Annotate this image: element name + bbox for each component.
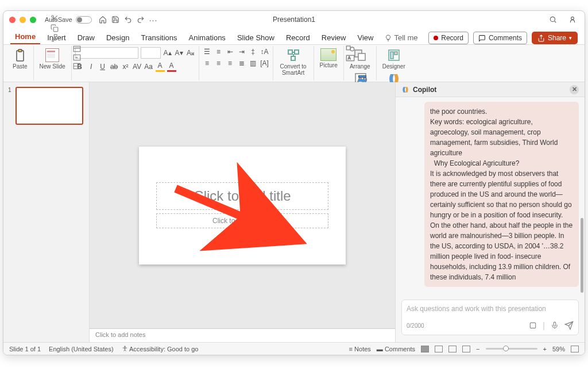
align-left-icon[interactable]: ≡ [203, 59, 212, 68]
save-icon[interactable] [111, 16, 119, 24]
undo-icon[interactable] [124, 16, 132, 24]
shape-outline-icon[interactable] [358, 79, 366, 82]
paste-button[interactable]: Paste [10, 47, 30, 71]
italic-icon[interactable]: I [87, 62, 96, 71]
svg-point-2 [571, 17, 574, 20]
arrange-icon [353, 48, 367, 62]
minimize-window-icon[interactable] [20, 17, 26, 23]
copilot-scrollbar[interactable] [581, 218, 583, 293]
subtitle-placeholder[interactable]: Click to add subtitle [156, 213, 328, 228]
title-placeholder[interactable]: Click to add title [156, 182, 328, 210]
comments-button[interactable]: Comments [473, 32, 527, 44]
text-direction-icon[interactable]: ↕A [260, 47, 269, 56]
comments-toggle[interactable]: ▬ Comments [377, 346, 415, 352]
accessibility-status[interactable]: Accessibility: Good to go [122, 346, 199, 352]
slideshow-view-icon[interactable] [462, 346, 470, 352]
more-icon[interactable]: ··· [149, 16, 157, 24]
reset-icon[interactable] [73, 54, 81, 61]
tab-slideshow[interactable]: Slide Show [233, 31, 279, 44]
tab-review[interactable]: Review [317, 31, 351, 44]
copilot-panel: Copilot ✕ the poor countries. Key words:… [395, 82, 585, 342]
designer-button[interactable]: Designer [380, 47, 408, 71]
new-slide-button[interactable]: New Slide [37, 47, 68, 71]
decrease-indent-icon[interactable]: ⇤ [226, 47, 235, 56]
normal-view-icon[interactable] [421, 346, 429, 352]
section-icon[interactable] [73, 63, 81, 70]
char-spacing-icon[interactable]: AV [133, 62, 142, 71]
svg-rect-27 [358, 53, 365, 60]
tab-home[interactable]: Home [10, 30, 40, 44]
strike-icon[interactable]: ab [110, 62, 119, 71]
tab-view[interactable]: View [353, 31, 378, 44]
maximize-window-icon[interactable] [30, 17, 36, 23]
sorter-view-icon[interactable] [435, 346, 443, 352]
layout-icon[interactable] [73, 45, 81, 52]
clear-format-icon[interactable]: A𝄪 [186, 48, 195, 57]
zoom-out-button[interactable]: − [476, 346, 479, 352]
slide-thumbnail-1[interactable] [16, 87, 83, 125]
zoom-slider[interactable] [486, 348, 537, 350]
format-painter-icon[interactable] [51, 34, 59, 42]
autosave-toggle[interactable] [76, 16, 92, 24]
copy-icon[interactable] [51, 24, 59, 32]
svg-rect-17 [288, 50, 292, 54]
tab-draw[interactable]: Draw [73, 31, 99, 44]
cut-icon[interactable] [51, 14, 59, 22]
svg-line-9 [55, 19, 57, 21]
copilot-close-button[interactable]: ✕ [570, 85, 579, 94]
notes-pane[interactable]: Click to add notes [90, 328, 395, 342]
attach-icon[interactable] [529, 321, 537, 329]
notes-toggle[interactable]: ≡ Notes [349, 346, 371, 352]
increase-font-icon[interactable]: A▴ [163, 48, 172, 57]
picture-button[interactable]: Picture [318, 47, 340, 70]
zoom-in-button[interactable]: + [543, 346, 547, 352]
highlight-icon[interactable]: A [156, 61, 165, 72]
columns-icon[interactable]: ▥ [249, 59, 258, 68]
reading-view-icon[interactable] [448, 346, 457, 352]
convert-smartart-button[interactable]: Convert to SmartArt [277, 47, 310, 77]
comments-button-label: Comments [489, 34, 522, 42]
share-button[interactable]: Share▾ [532, 32, 578, 44]
designer-icon [387, 48, 401, 62]
shapes-icon[interactable] [346, 44, 355, 52]
justify-icon[interactable]: ≣ [237, 59, 246, 68]
send-icon[interactable] [564, 321, 574, 330]
copilot-input[interactable] [407, 305, 574, 313]
picture-icon [320, 48, 336, 61]
zoom-percent[interactable]: 59% [552, 346, 565, 352]
tab-transitions[interactable]: Transitions [136, 31, 181, 44]
textbox-icon[interactable]: A [346, 54, 355, 62]
mic-icon[interactable] [551, 321, 559, 329]
record-button[interactable]: Record [428, 32, 469, 44]
account-icon[interactable] [568, 16, 577, 24]
tab-record[interactable]: Record [281, 31, 315, 44]
fit-window-icon[interactable] [571, 346, 579, 352]
slide-canvas-area[interactable]: Click to add title Click to add subtitle [90, 82, 395, 328]
close-window-icon[interactable] [9, 17, 16, 23]
increase-indent-icon[interactable]: ⇥ [237, 47, 246, 56]
subscript-icon[interactable]: x² [121, 62, 130, 71]
change-case-icon[interactable]: Aa [144, 62, 153, 71]
font-size-select[interactable] [141, 47, 161, 59]
redo-icon[interactable] [137, 16, 145, 24]
numbering-icon[interactable]: ≡ [214, 47, 223, 56]
underline-icon[interactable]: U [98, 62, 107, 71]
font-color-icon[interactable]: A [167, 61, 176, 72]
bullets-icon[interactable]: ☰ [203, 47, 212, 56]
align-right-icon[interactable]: ≡ [226, 59, 235, 68]
align-text-icon[interactable]: [A] [260, 59, 269, 68]
tab-animations[interactable]: Animations [184, 31, 230, 44]
align-center-icon[interactable]: ≡ [214, 59, 223, 68]
language-status[interactable]: English (United States) [49, 346, 114, 352]
svg-rect-32 [394, 52, 397, 55]
search-icon[interactable] [549, 16, 557, 24]
line-spacing-icon[interactable]: ‡ [249, 47, 258, 56]
shape-fill-icon[interactable] [358, 75, 366, 78]
home-icon[interactable] [99, 16, 107, 24]
tab-design[interactable]: Design [102, 31, 134, 44]
font-name-select[interactable] [75, 47, 138, 59]
decrease-font-icon[interactable]: A▾ [175, 48, 184, 57]
record-dot-icon [434, 36, 438, 40]
tab-tellme[interactable]: Tell me [380, 31, 422, 44]
copilot-panel-title: Copilot [413, 86, 436, 94]
